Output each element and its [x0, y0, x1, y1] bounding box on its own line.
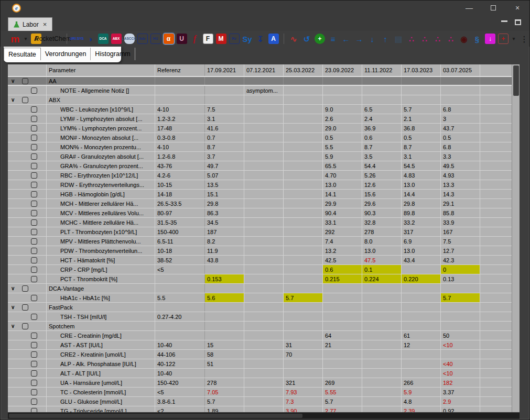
row-checkbox[interactable] [31, 389, 37, 395]
param-row[interactable]: PDW - Thrombozytenverteilun...10-1811.91… [8, 246, 512, 256]
row-checkbox[interactable] [31, 248, 37, 254]
arrow-right-icon[interactable]: → [354, 34, 364, 44]
row-checkbox[interactable] [22, 304, 28, 311]
row-checkbox[interactable] [31, 399, 37, 405]
param-row[interactable]: ALT - ALT [IU/L]10-40<10 [8, 369, 512, 378]
menu-m-dropdown-icon[interactable]: ▾ [23, 34, 28, 44]
param-row[interactable]: CRE2 - Kreatinin [umol/L]44-1065870 [8, 350, 512, 359]
column-header-date[interactable]: 07.12.2021 [244, 64, 284, 76]
urisys-icon[interactable]: URI:SYS [72, 34, 82, 44]
param-row[interactable]: UA - Harnsäure [umol/L]150-4202783212692… [8, 378, 512, 388]
molecule-icon[interactable]: ∴ [406, 34, 417, 44]
row-checkbox[interactable] [31, 361, 37, 367]
row-checkbox[interactable] [31, 153, 37, 160]
af-icon[interactable]: f [190, 34, 200, 44]
row-checkbox[interactable] [31, 314, 37, 320]
row-checkbox[interactable] [31, 238, 37, 245]
column-header-date[interactable]: 17.09.2021 [205, 64, 244, 76]
row-checkbox[interactable] [31, 408, 37, 413]
param-row[interactable]: LYM# - Lymphozyten absolut [...1.2-3.23.… [8, 114, 512, 124]
param-row[interactable]: NOTE - Allgemeine Notiz []asymptom... [8, 86, 512, 95]
param-row[interactable]: HGB - Hämoglobin [g/dL]14-1815.114.115.6… [8, 190, 512, 199]
row-checkbox[interactable] [31, 135, 37, 141]
param-row[interactable]: MCV - Mittleres zelluläres Volu...80-978… [8, 208, 512, 218]
window-close-button[interactable]: × [505, 1, 529, 15]
row-checkbox[interactable] [31, 87, 37, 94]
param-row[interactable]: PLT - Thrombozyten [x10^9/L]150-40018729… [8, 227, 512, 237]
group-row[interactable]: ∨FastPack [8, 303, 512, 312]
collapse-chevron-icon[interactable]: ∨ [11, 97, 17, 103]
tab-histogramm[interactable]: Histogramm [91, 48, 135, 60]
param-row[interactable]: TSH - TSH [mIU/l]0.27-4.20 [8, 312, 512, 322]
arrow-up-icon[interactable]: ↑ [380, 34, 391, 44]
column-header-date[interactable]: 11.11.2022 [362, 64, 402, 76]
param-row[interactable]: MCHC - Mittlere zelluläre Hä...31.5-3534… [8, 218, 512, 227]
param-row[interactable]: MON# - Monozyten absolut [...0.3-0.80.70… [8, 133, 512, 142]
collapse-chevron-icon[interactable]: ∨ [11, 323, 17, 329]
param-row[interactable]: RDW - Erythrozytenverteilungs...10-1513.… [8, 180, 512, 190]
group-row[interactable]: ∨AA [8, 76, 512, 86]
param-row[interactable]: CRE - Creatinin [mg/dL]646150 [8, 331, 512, 340]
group-row[interactable]: ∨Spotchem [8, 322, 512, 331]
group-row[interactable]: ∨DCA-Vantage [8, 284, 512, 293]
molecule-import-icon[interactable]: ∴ [432, 34, 443, 44]
param-row[interactable]: GRA% - Granulozyten prozent...43-7649.76… [8, 161, 512, 171]
window-minimize-button[interactable]: — [457, 1, 481, 15]
param-row[interactable]: RBC - Erythrozyten [x10^12/L]4.2-65.074.… [8, 171, 512, 180]
molecule-icon-2[interactable]: ∴ [446, 34, 456, 44]
param-row[interactable]: TG - Triglyceride [mmol/L]<21.893.902.77… [8, 406, 512, 412]
tab-resultate[interactable]: Resultate [4, 48, 41, 60]
row-checkbox[interactable] [31, 342, 37, 348]
param-row[interactable]: MCH - Mittlerer zellulärer Hä...26.5-33.… [8, 199, 512, 208]
row-checkbox[interactable] [22, 97, 28, 103]
vertical-scrollbar-thumb[interactable] [513, 65, 519, 96]
param-row[interactable]: CRP - CRP [mg/L]<50.60.10 [8, 265, 512, 274]
sysmex-icon[interactable]: ◑ [85, 34, 95, 44]
hde-icon[interactable]: hde [137, 34, 148, 44]
row-checkbox[interactable] [22, 323, 28, 329]
dna-icon[interactable]: § [472, 34, 482, 44]
param-row[interactable]: HbA1c - HbA1c [%]5.55.65.75.7 [8, 293, 512, 303]
arrow-down-icon[interactable]: ↓ [367, 34, 377, 44]
horizontal-scrollbar[interactable] [8, 413, 520, 419]
column-header-date[interactable]: 17.03.2023 [402, 64, 441, 76]
row-checkbox[interactable] [31, 351, 37, 358]
window-maximize-button[interactable] [481, 1, 505, 15]
alpha-icon[interactable]: α [164, 34, 174, 44]
param-row[interactable]: ALP - Alk. Phosphatase [IU/L]40-12251<40 [8, 359, 512, 369]
lascco-icon[interactable]: LASCCO [124, 34, 135, 44]
column-header-date[interactable]: 23.09.2022 [323, 64, 362, 76]
row-checkbox[interactable] [31, 380, 37, 386]
param-row[interactable]: PCT - Thrombokrit [%]0.1530.2150.2240.22… [8, 274, 512, 284]
tab-close-icon[interactable]: × [43, 20, 47, 28]
row-checkbox[interactable] [31, 229, 37, 235]
row-checkbox[interactable] [31, 191, 37, 197]
row-checkbox[interactable] [31, 276, 37, 282]
pane-minimize-icon[interactable] [501, 19, 507, 22]
tab-verordnungen[interactable]: Verordnungen [41, 48, 91, 60]
roche-re-icon[interactable]: Re [229, 34, 240, 44]
row-checkbox[interactable] [31, 201, 37, 207]
charmap-icon[interactable]: A [268, 34, 279, 44]
graph-icon[interactable]: ∿ [288, 34, 299, 44]
add-icon[interactable]: + [315, 34, 325, 44]
collapse-chevron-icon[interactable]: ∨ [11, 304, 17, 310]
tab-labor[interactable]: Labor × [8, 17, 52, 31]
row-checkbox[interactable] [31, 333, 37, 339]
param-row[interactable]: AST - AST [IU/L]10-4015312112<10 [8, 340, 512, 350]
row-checkbox[interactable] [31, 172, 37, 179]
u-icon[interactable]: U [177, 34, 187, 44]
f-icon[interactable]: F [203, 34, 213, 44]
row-checkbox[interactable] [22, 285, 28, 292]
download-icon[interactable]: ↓ [485, 34, 495, 44]
row-checkbox[interactable] [31, 370, 37, 377]
row-checkbox[interactable] [31, 267, 37, 273]
horizontal-scrollbar-thumb[interactable] [9, 414, 302, 418]
row-checkbox[interactable] [31, 116, 37, 122]
menu-m-button[interactable]: m [10, 34, 20, 44]
row-checkbox[interactable] [31, 295, 37, 301]
pane-restore-icon[interactable] [515, 19, 521, 25]
param-row[interactable]: GRA# - Granulozyten absolut [...1.2-6.83… [8, 152, 512, 161]
abx-icon[interactable]: ABX [111, 34, 122, 44]
param-row[interactable]: WBC - Leukozyten [x10^9/L]4-107.59.06.55… [8, 105, 512, 114]
